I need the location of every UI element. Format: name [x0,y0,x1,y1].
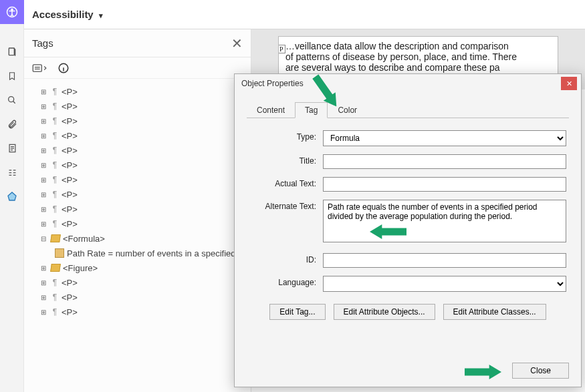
tags-panel-header: Tags ✕ [24,29,251,57]
tree-row[interactable]: ⊞¶<P> [29,84,251,99]
close-icon[interactable]: ✕ [231,35,243,51]
tree-label: <P> [62,116,78,126]
info-icon[interactable] [57,62,70,74]
expand-icon[interactable]: ⊞ [39,191,48,198]
expand-icon[interactable]: ⊞ [39,132,48,140]
expand-icon[interactable]: ⊞ [39,309,48,316]
tags-tree[interactable]: ⊞¶<P>⊞¶<P>⊞¶<P>⊞¶<P>⊞¶<P>⊞¶<P>⊞¶<P>⊞¶<P>… [24,79,251,325]
doc-line: are several ways to describe and compare… [285,62,551,73]
pdf-tag-marker: P [278,45,285,53]
caret-down-icon: ▾ [99,11,103,19]
type-label: Type: [249,130,323,142]
tree-label: <Formula> [63,234,105,244]
expand-icon[interactable]: ⊞ [39,103,48,110]
expand-icon[interactable]: ⊞ [39,118,48,125]
tree-label: <P> [62,131,78,141]
paragraph-icon: ¶ [51,204,59,214]
expand-icon[interactable]: ⊞ [39,264,48,272]
tags-panel: Tags ✕ ⊞¶<P>⊞¶<P>⊞¶<P>⊞¶<P>⊞¶<P>⊞¶<P>⊞¶<… [24,29,251,392]
edit-tag-button[interactable]: Edit Tag... [269,304,325,320]
close-button[interactable]: Close [512,363,569,379]
expand-icon[interactable]: ⊞ [39,279,48,286]
paragraph-icon: ¶ [51,116,59,126]
id-label: ID: [249,253,323,264]
edit-attribute-classes-button[interactable]: Edit Attribute Classes... [443,304,546,320]
collapse-icon[interactable]: ⊟ [39,235,48,242]
paragraph-icon: ¶ [51,219,59,228]
doc-line: …veillance data allow the description an… [285,41,551,51]
expand-icon[interactable]: ⊞ [39,176,48,184]
tree-row[interactable]: ⊞¶<P> [29,187,251,202]
doc-line: of patterns of disease by person, place,… [285,51,551,62]
tab-content[interactable]: Content [247,102,295,118]
tree-row[interactable]: ⊞¶<P> [29,305,251,319]
tree-label: <P> [62,219,78,229]
tree-row[interactable]: ⊞¶<P> [29,99,251,114]
expand-icon[interactable]: ⊞ [39,147,48,154]
title-input[interactable] [323,154,566,169]
expand-icon[interactable]: ⊞ [39,220,48,228]
tree-row[interactable]: ⊞¶<P> [29,275,251,290]
tree-row[interactable]: ⊞¶<P> [29,290,251,305]
tree-label: <P> [62,87,78,97]
tree-row[interactable]: ⊞¶<P> [29,143,251,158]
paragraph-icon: ¶ [51,292,59,302]
expand-icon[interactable]: ⊞ [39,294,48,301]
tree-label: <P> [62,175,78,185]
figure-icon [51,263,60,272]
tree-row[interactable]: ⊞¶<P> [29,128,251,143]
paragraph-icon: ¶ [51,190,59,199]
paragraph-icon: ¶ [51,102,59,111]
expand-icon[interactable]: ⊞ [39,88,48,95]
tree-label: <P> [62,146,78,156]
tags-panel-icon[interactable] [0,184,24,208]
order-panel-icon[interactable] [0,160,24,184]
language-label: Language: [249,276,323,287]
tree-row[interactable]: ⊞¶<P> [29,172,251,187]
tree-label: <Figure> [63,263,98,273]
tree-label: <P> [62,292,78,303]
page-thumbnails-icon[interactable] [0,40,24,64]
language-select[interactable] [323,276,566,292]
actual-text-input[interactable] [323,177,566,192]
dialog-title: Object Properties [241,79,304,88]
tree-row[interactable]: ⊟<Formula> [29,231,251,246]
dialog-titlebar: Object Properties ✕ [235,74,581,93]
alternate-text-label: Alternate Text: [249,200,323,211]
tree-row[interactable]: ⊞¶<P> [29,216,251,231]
tags-options-icon[interactable] [32,62,49,74]
callout-arrow-alt-text [370,224,406,240]
tree-row[interactable]: ⊞¶<P> [29,202,251,216]
expand-icon[interactable]: ⊞ [39,162,48,169]
expand-icon[interactable]: ⊞ [39,206,48,213]
id-input[interactable] [323,253,566,268]
tree-row[interactable]: ⊞¶<P> [29,158,251,172]
accessibility-icon[interactable] [0,0,24,24]
tree-row[interactable]: Path Rate = number of events in a specif… [29,246,251,260]
tree-row[interactable]: ⊞<Figure> [29,260,251,275]
tree-label: <P> [62,160,78,170]
tree-label: <P> [62,102,78,112]
tree-label: <P> [62,190,78,200]
title-label: Title: [249,154,323,166]
paragraph-icon: ¶ [51,87,59,96]
type-select[interactable]: Formula [323,130,566,146]
paragraph-icon: ¶ [51,278,59,287]
svg-marker-8 [370,224,406,239]
alternate-text-input[interactable] [323,200,566,242]
top-toolbar: Accessibility ▾ [24,0,585,29]
svg-rect-5 [33,64,41,71]
tab-tag[interactable]: Tag [295,102,328,118]
search-layers-icon[interactable] [0,88,24,112]
svg-rect-2 [9,48,14,55]
document-icon[interactable] [0,136,24,160]
content-icon [55,248,64,258]
accessibility-menu[interactable]: Accessibility ▾ [32,9,103,20]
edit-attribute-objects-button[interactable]: Edit Attribute Objects... [334,304,435,320]
bookmark-icon[interactable] [0,64,24,88]
attachment-icon[interactable] [0,112,24,136]
svg-marker-9 [465,365,501,379]
dialog-tabs: Content Tag Color [247,102,569,118]
dialog-close-button[interactable]: ✕ [561,77,577,90]
tree-row[interactable]: ⊞¶<P> [29,114,251,128]
